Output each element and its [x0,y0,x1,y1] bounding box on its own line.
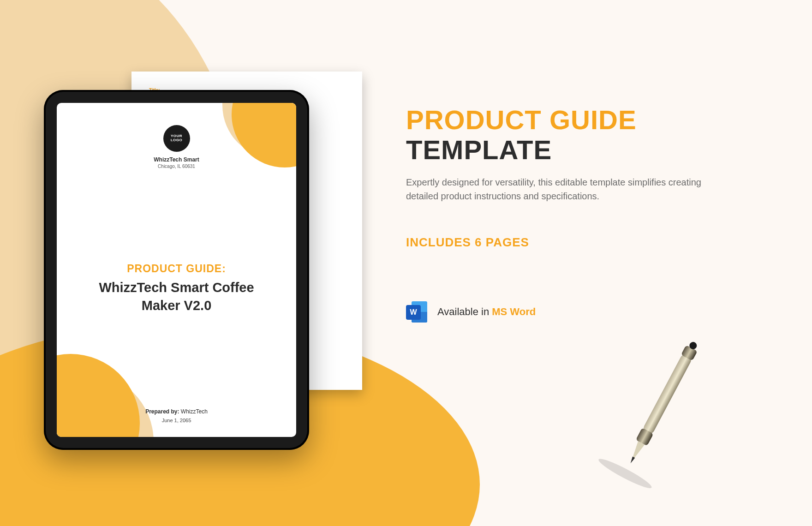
includes-badge: INCLUDES 6 PAGES [406,235,747,250]
svg-marker-5 [629,457,635,464]
pen-illustration [567,316,752,501]
prepared-by-value: WhizzTech [181,408,208,415]
headline-main: PRODUCT GUIDE [406,106,747,134]
svg-marker-4 [628,441,645,464]
cover-title: WhizzTech Smart Coffee Maker V2.0 [89,279,264,315]
available-format: MS Word [492,306,536,317]
svg-rect-3 [636,428,654,446]
logo-text-bottom: LOGO [171,138,183,143]
tablet-device-frame: YOUR LOGO WhizzTech Smart Chicago, IL 60… [44,90,309,450]
ms-word-icon-letter: W [406,305,421,320]
company-name: WhizzTech Smart [154,156,199,163]
svg-point-6 [597,455,654,492]
description-text: Expertly designed for versatility, this … [406,175,734,203]
available-formats-row: W Available in MS Word [406,300,747,323]
cover-date: June 1, 2065 [145,418,208,423]
svg-point-2 [688,341,698,351]
available-in-text: Available in MS Word [437,306,536,318]
info-panel: PRODUCT GUIDE TEMPLATE Expertly designed… [406,106,747,323]
ms-word-icon: W [406,300,429,323]
tablet-screen: YOUR LOGO WhizzTech Smart Chicago, IL 60… [57,103,296,437]
prepared-by-line: Prepared by: WhizzTech [145,408,208,415]
svg-rect-0 [642,353,693,436]
cover-kicker: PRODUCT GUIDE: [89,263,264,275]
company-address: Chicago, IL 60631 [158,164,195,169]
cover-content: YOUR LOGO WhizzTech Smart Chicago, IL 60… [57,103,296,437]
prepared-by-label: Prepared by: [145,408,179,415]
svg-rect-1 [681,345,698,361]
headline-sub: TEMPLATE [406,134,747,165]
logo-placeholder-icon: YOUR LOGO [163,125,190,152]
available-prefix: Available in [437,306,492,317]
